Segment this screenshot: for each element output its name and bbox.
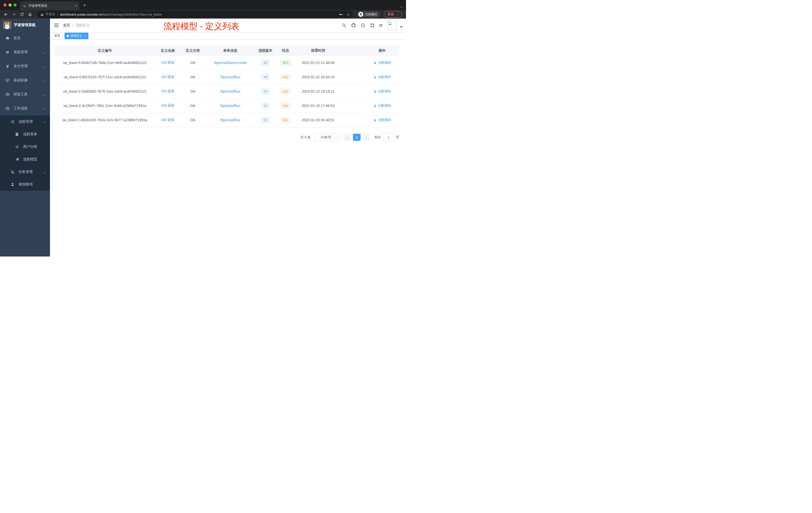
rabbit-avatar: [3, 21, 11, 29]
sidebar-item-1[interactable]: 系统管理: [0, 45, 50, 59]
sidebar-item-7[interactable]: 流程表单: [0, 128, 50, 141]
breadcrumb-separator: /: [72, 23, 73, 27]
prev-page-button[interactable]: ‹: [344, 134, 351, 141]
assign-rule-link[interactable]: 分配规则: [373, 89, 391, 94]
page-size-select[interactable]: 10条/页: [315, 133, 340, 141]
form-link[interactable]: /bpm/oa/leave/create: [214, 61, 247, 65]
update-button[interactable]: 更新 ⋮: [384, 11, 402, 18]
tag-close-icon[interactable]: ×: [84, 34, 86, 38]
sidebar-menu: 首页系统管理支付管理基础设施研发工具工作流程流程管理流程表单用户分组流程模型任务…: [0, 31, 50, 191]
definition-name-link[interactable]: OA 请假: [162, 75, 174, 79]
status-badge: 激活: [280, 60, 291, 66]
chevron-up-icon: [44, 107, 46, 111]
tree-icon: [10, 170, 15, 174]
tab-close-icon[interactable]: ×: [75, 4, 77, 8]
column-header-4: 流程版本: [255, 46, 276, 56]
form-link[interactable]: /bpm/oa/flow: [220, 104, 240, 108]
sidebar-item-3[interactable]: 基础设施: [0, 73, 50, 87]
avatar[interactable]: [387, 21, 397, 30]
hamburger-icon[interactable]: [50, 19, 63, 32]
status-cell: 挂起: [276, 84, 295, 99]
sidebar-item-0[interactable]: 首页: [0, 31, 50, 45]
status-cell: 挂起: [276, 99, 295, 113]
form-link[interactable]: /bpm/oa/flow: [220, 89, 240, 93]
form-link[interactable]: /bpm/oa/flow: [220, 75, 240, 79]
tab-search-chevron-icon[interactable]: [401, 4, 403, 6]
column-header-5: 状态: [276, 46, 295, 56]
fixed-column-gap: [363, 99, 365, 113]
definition-category: OA: [180, 84, 206, 99]
column-header-2: 定义分类: [180, 46, 206, 56]
briefcase-icon: [5, 107, 10, 111]
sidebar-item-11[interactable]: 请假查询: [0, 178, 50, 191]
new-tab-button[interactable]: +: [83, 2, 86, 10]
group-icon: [14, 145, 20, 149]
definition-category: OA: [180, 56, 206, 70]
tag-1[interactable]: 流程定义×: [64, 33, 88, 39]
browser-menu-dots-icon[interactable]: ⋮: [396, 12, 400, 16]
definition-name-link[interactable]: OA 请假: [162, 118, 174, 122]
tag-0[interactable]: 首页: [52, 33, 62, 39]
sidebar-item-2[interactable]: 支付管理: [0, 59, 50, 73]
definition-name-link[interactable]: OA 请假: [162, 89, 174, 94]
assign-rule-link[interactable]: 分配规则: [373, 75, 391, 79]
action-cell: 分配规则: [365, 113, 399, 127]
column-header-7: 操作: [365, 46, 399, 56]
zoom-window-button[interactable]: [13, 3, 17, 6]
next-page-button[interactable]: ›: [363, 134, 370, 141]
help-icon[interactable]: ?: [361, 23, 365, 28]
assign-rule-link[interactable]: 分配规则: [373, 118, 391, 122]
current-page-button[interactable]: 1: [353, 134, 360, 141]
page-size-value: 10条/页: [318, 135, 334, 140]
form-link[interactable]: /bpm/oa/flow: [220, 118, 240, 122]
status-badge: 挂起: [280, 88, 291, 94]
definition-name-link[interactable]: OA 请假: [162, 103, 174, 108]
browser-tab[interactable]: 芋道管理系统 ×: [20, 1, 79, 10]
breadcrumb-home[interactable]: 首页: [63, 23, 70, 28]
assign-rule-link[interactable]: 分配规则: [373, 103, 391, 108]
sidebar-item-label: 支付管理: [13, 64, 44, 68]
sidebar-item-6[interactable]: 流程管理: [0, 116, 50, 128]
font-size-icon[interactable]: tT: [379, 23, 382, 28]
caret-down-icon[interactable]: [400, 26, 403, 28]
table-header-row: 定义编号定义名称定义分类表单信息流程版本状态部署时间操作: [54, 46, 399, 56]
forward-icon[interactable]: [10, 11, 17, 18]
incognito-label: 无痕模式: [365, 12, 377, 17]
search-icon[interactable]: [342, 23, 346, 28]
sidebar-item-10[interactable]: 任务管理: [0, 165, 50, 178]
gear-icon: [5, 50, 10, 54]
chevron-down-icon: [44, 64, 46, 68]
github-icon[interactable]: [351, 23, 356, 28]
column-header-3: 表单信息: [206, 46, 255, 56]
sidebar-item-5[interactable]: 工作流程: [0, 101, 50, 116]
pagination: 共 5 条 10条/页 ‹ 1 › 前往 1 页: [50, 133, 399, 141]
sidebar-item-4[interactable]: 研发工具: [0, 87, 50, 101]
definition-name-cell: OA 请假: [156, 113, 180, 127]
bookmark-star-icon[interactable]: ☆: [347, 12, 350, 17]
definition-category: OA: [180, 99, 206, 113]
monitor-icon: [5, 78, 10, 82]
fullscreen-icon[interactable]: [370, 23, 375, 28]
user-icon: [373, 61, 377, 64]
table-row-2: oa_leave:3:1fad3d93-7b75-11ec-a3c8-acde4…: [54, 84, 399, 99]
form-info-cell: /bpm/oa/flow: [206, 84, 255, 99]
assign-rule-label: 分配规则: [378, 103, 391, 108]
version-badge: v1: [261, 117, 270, 123]
assign-rule-link[interactable]: 分配规则: [373, 60, 391, 65]
key-icon[interactable]: [339, 12, 343, 17]
sidebar-item-label: 任务管理: [19, 170, 44, 174]
sidebar-item-9[interactable]: 流程模型: [0, 153, 50, 165]
sidebar-item-label: 流程表单: [23, 132, 50, 137]
minimize-window-button[interactable]: [8, 3, 11, 6]
address-bar[interactable]: 不安全 dashboard.yudao.iocoder.cn/bpm/manag…: [37, 11, 353, 18]
close-window-button[interactable]: [3, 3, 6, 6]
home-icon[interactable]: [27, 11, 33, 18]
reload-icon[interactable]: [19, 11, 25, 18]
goto-page-input[interactable]: 1: [383, 133, 394, 141]
definition-table: 定义编号定义名称定义分类表单信息流程版本状态部署时间操作 oa_leave:5:…: [54, 46, 399, 127]
definition-name-link[interactable]: OA 请假: [162, 60, 174, 65]
chevron-down-icon: [44, 170, 46, 174]
url-host: dashboard.yudao.iocoder.cn: [60, 12, 103, 16]
back-icon[interactable]: [2, 11, 9, 18]
sidebar-item-8[interactable]: 用户分组: [0, 141, 50, 153]
